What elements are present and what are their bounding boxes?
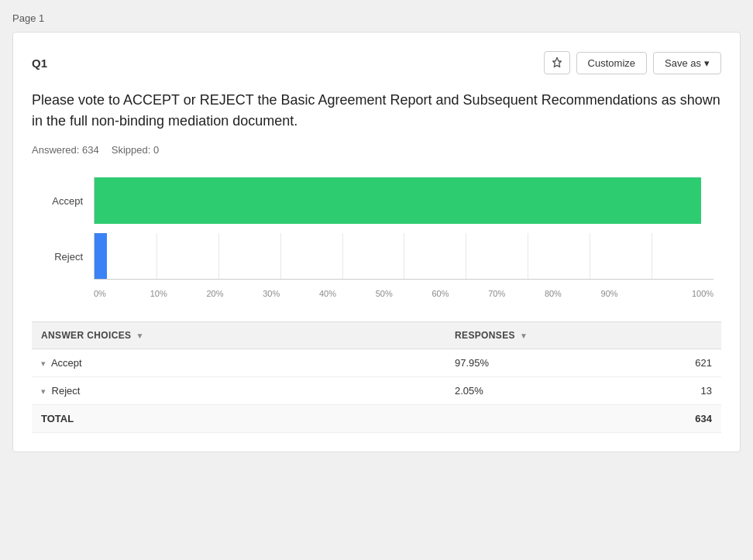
x-label-30: 30% xyxy=(263,289,319,298)
total-count: 634 xyxy=(445,405,721,433)
pin-icon xyxy=(551,57,563,69)
x-label-100: 100% xyxy=(657,289,713,298)
customize-button[interactable]: Customize xyxy=(576,52,647,74)
page-label: Page 1 xyxy=(12,12,741,24)
total-row: TOTAL 634 xyxy=(32,405,721,433)
response-cell-reject: 2.05% 13 xyxy=(445,377,721,405)
data-table: ANSWER CHOICES ▼ RESPONSES ▼ ▾ Accept xyxy=(32,321,721,433)
header-actions: Customize Save as ▾ xyxy=(544,51,721,74)
stats-row: Answered: 634 Skipped: 0 xyxy=(32,144,721,156)
count-accept: 621 xyxy=(695,357,712,369)
x-label-70: 70% xyxy=(488,289,545,298)
total-label: TOTAL xyxy=(32,405,445,433)
response-cell-accept: 97.95% 621 xyxy=(445,349,721,377)
col-responses-header: RESPONSES ▼ xyxy=(445,322,721,349)
card-header: Q1 Customize Save as ▾ xyxy=(32,51,721,74)
col1-dropdown-icon: ▼ xyxy=(136,332,143,340)
bar-row-accept: Accept xyxy=(40,177,713,224)
table-row: ▾ Accept 97.95% 621 xyxy=(32,349,721,377)
save-as-button[interactable]: Save as ▾ xyxy=(653,52,721,74)
x-label-40: 40% xyxy=(319,289,376,298)
count-reject: 13 xyxy=(701,385,712,397)
chart-area: Accept Reject 0% 10% 20% 30% xyxy=(32,177,721,298)
x-label-90: 90% xyxy=(601,289,658,298)
save-as-label: Save as xyxy=(665,57,701,69)
bar-track-accept xyxy=(94,177,713,224)
col2-dropdown-icon: ▼ xyxy=(520,332,528,340)
answered-stat: Answered: 634 xyxy=(32,144,99,156)
table-header-row: ANSWER CHOICES ▼ RESPONSES ▼ xyxy=(32,322,721,349)
choice-cell-reject: ▾ Reject xyxy=(32,377,445,405)
col-choice-header: ANSWER CHOICES ▼ xyxy=(32,322,445,349)
bar-label-reject: Reject xyxy=(40,251,94,263)
table-row: ▾ Reject 2.05% 13 xyxy=(32,377,721,405)
bar-row-reject: Reject xyxy=(40,233,713,280)
x-axis-labels: 0% 10% 20% 30% 40% 50% 60% 70% 80% 90% 1… xyxy=(94,289,713,298)
question-id: Q1 xyxy=(32,57,47,70)
bar-label-accept: Accept xyxy=(40,195,94,207)
choice-cell-accept: ▾ Accept xyxy=(32,349,445,377)
skipped-stat: Skipped: 0 xyxy=(112,144,159,156)
question-text: Please vote to ACCEPT or REJECT the Basi… xyxy=(32,90,721,132)
choice-expand-accept[interactable]: ▾ xyxy=(41,359,46,368)
x-label-10: 10% xyxy=(150,289,207,298)
x-label-60: 60% xyxy=(432,289,488,298)
x-label-50: 50% xyxy=(376,289,432,298)
x-label-80: 80% xyxy=(545,289,601,298)
bar-fill-reject xyxy=(95,233,107,279)
bar-fill-accept xyxy=(95,177,701,224)
choice-expand-reject[interactable]: ▾ xyxy=(41,387,46,396)
bar-track-reject xyxy=(94,233,713,280)
question-card: Q1 Customize Save as ▾ Please vote to AC… xyxy=(12,32,741,452)
pin-icon-button[interactable] xyxy=(544,51,570,74)
pct-accept: 97.95% xyxy=(455,357,489,369)
x-label-20: 20% xyxy=(206,289,263,298)
pct-reject: 2.05% xyxy=(455,385,483,397)
save-as-chevron-icon: ▾ xyxy=(704,57,710,69)
x-label-0: 0% xyxy=(94,289,150,298)
